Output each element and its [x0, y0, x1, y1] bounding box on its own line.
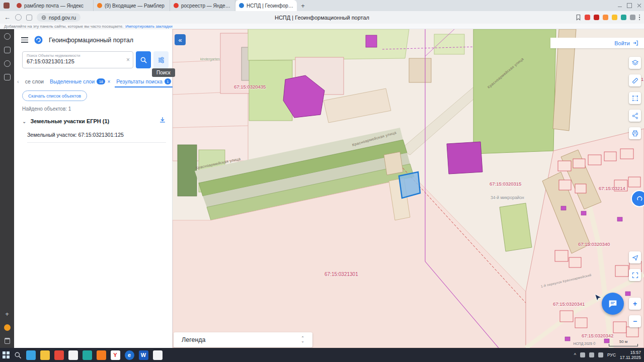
results-group-title: Земельные участки ЕГРН (1): [30, 118, 109, 124]
chevron-down-icon[interactable]: ⌄: [22, 119, 26, 124]
zoom-in-button[interactable]: +: [629, 298, 641, 310]
tab-label: Выделенные слои: [50, 78, 95, 84]
chat-button[interactable]: [602, 293, 624, 315]
sidebar-add-icon[interactable]: +: [5, 311, 9, 317]
new-tab-button[interactable]: +: [297, 0, 309, 11]
tray-battery-icon[interactable]: [598, 352, 603, 357]
address-bar[interactable]: nspd.gov.ru: [37, 13, 80, 22]
zoom-out-button[interactable]: −: [629, 315, 641, 327]
pinned-tab[interactable]: [0, 0, 13, 11]
extent-icon: [631, 272, 639, 279]
search-button[interactable]: [136, 51, 151, 68]
selected-parcel[interactable]: [399, 172, 420, 198]
clock[interactable]: 15:57 17.11.2025: [620, 350, 641, 360]
search-tooltip: Поиск: [152, 68, 175, 77]
taskbar: Y e W ^ РУС 15:57 17.11.2025: [0, 348, 644, 362]
taskbar-search-icon[interactable]: [14, 351, 22, 359]
tab-label: се слои: [25, 78, 44, 84]
browser-tab-3[interactable]: росреестр — Яндекс: наш: [170, 0, 235, 11]
taskbar-icon-app-1[interactable]: [68, 350, 78, 360]
measure-area-button[interactable]: [629, 92, 641, 104]
tab-search-results[interactable]: Результаты поиска 1 ×: [116, 78, 176, 84]
browser-tab-active[interactable]: НСПД | Геоинформаци...: [235, 0, 297, 11]
start-button[interactable]: [3, 351, 10, 358]
trash-icon[interactable]: [5, 338, 10, 344]
extension-icon-2[interactable]: [594, 15, 599, 20]
close-tab-icon[interactable]: ×: [107, 79, 110, 84]
browser-tab-2[interactable]: (9) Входящие — Рамблер: [94, 0, 170, 11]
taskbar-icon-explorer[interactable]: [40, 350, 50, 360]
print-button[interactable]: [629, 127, 641, 139]
layers-button[interactable]: [629, 57, 641, 69]
portal-title: Геоинформационный портал: [49, 37, 133, 44]
found-count-text: Найдено объектов: 1: [22, 106, 71, 112]
collapse-panel-button[interactable]: «: [175, 34, 186, 45]
results-group-row[interactable]: ⌄ Земельные участки ЕГРН (1): [22, 115, 166, 127]
search-filters-button[interactable]: [153, 51, 169, 68]
language-indicator[interactable]: РУС: [607, 352, 616, 357]
page-title: НСПД | Геоинформационный портал: [0, 15, 644, 21]
download-list-button[interactable]: Скачать список объектов: [22, 90, 87, 101]
floating-widget-icon[interactable]: [631, 190, 644, 207]
browser-menu-icon[interactable]: [639, 15, 640, 21]
sidebar-service-icon-1[interactable]: [4, 33, 11, 40]
site-settings-icon[interactable]: [26, 15, 32, 21]
extension-icon-5[interactable]: [621, 15, 626, 20]
search-input[interactable]: [27, 58, 117, 64]
search-icon: [140, 56, 147, 64]
back-button[interactable]: ←: [4, 14, 11, 21]
tab-selected-layers[interactable]: Выделенные слои 18 ×: [50, 78, 110, 84]
sidebar-service-icon-4[interactable]: [4, 74, 11, 80]
sidebar-service-icon-2[interactable]: [4, 47, 11, 53]
close-window-icon[interactable]: [637, 4, 641, 8]
tab-favicon: [174, 3, 179, 8]
browser-tab-1[interactable]: рамблер почта — Яндекс: [13, 0, 94, 11]
scale-bar: 50 м: [609, 339, 638, 346]
tab-favicon: [239, 3, 244, 8]
tray-network-icon[interactable]: [580, 352, 585, 357]
panel-tabs: ‹ се слои Выделенные слои 18 × Результат…: [17, 75, 172, 87]
login-icon[interactable]: [632, 40, 639, 46]
map-canvas[interactable]: kindergarten 67:15:0320435 67:15:0320315…: [173, 29, 644, 348]
taskbar-icon-yandex[interactable]: Y: [111, 350, 120, 360]
extent-button[interactable]: [629, 269, 641, 281]
sidebar-alice-icon[interactable]: [4, 324, 11, 331]
taskbar-icon-app-3[interactable]: [97, 350, 106, 360]
tray-volume-icon[interactable]: [589, 352, 594, 357]
taskbar-icon-mail[interactable]: [54, 350, 64, 360]
login-button[interactable]: Войти: [614, 40, 630, 46]
clear-search-icon[interactable]: ×: [126, 56, 130, 63]
tabs-scroll-left-icon[interactable]: ‹: [17, 78, 19, 84]
taskbar-icon-app-2[interactable]: [83, 350, 92, 360]
extension-icon-1[interactable]: [585, 15, 590, 20]
tray-expand-icon[interactable]: ^: [574, 352, 576, 357]
extension-icon-6[interactable]: [630, 15, 635, 20]
search-field[interactable]: Поиск Объекты недвижимости ×: [22, 51, 133, 68]
menu-icon[interactable]: [21, 37, 28, 43]
browser-side-panel: +: [0, 29, 14, 348]
taskbar-icon-browser[interactable]: [26, 350, 36, 360]
extension-icon-4[interactable]: [612, 15, 617, 20]
legend-toggle-icon[interactable]: ⌃ ⌄: [301, 337, 304, 343]
ruler-button[interactable]: [629, 74, 641, 86]
taskbar-icon-word[interactable]: W: [139, 350, 148, 360]
import-bookmarks-link[interactable]: Импортировать закладки: [125, 24, 172, 29]
tab-all-layers[interactable]: се слои: [25, 78, 44, 84]
tab-favicon: [17, 3, 22, 8]
chevron-down-icon: ⌄: [301, 340, 304, 343]
sidebar-service-icon-3[interactable]: [4, 60, 11, 67]
taskbar-icon-edge[interactable]: e: [125, 350, 134, 360]
maximize-icon[interactable]: [627, 3, 632, 8]
download-group-button[interactable]: [159, 117, 166, 126]
minimize-icon[interactable]: [618, 4, 622, 7]
legend-bar[interactable]: Легенда ⌃ ⌄: [174, 332, 312, 347]
extension-icon-3[interactable]: [603, 15, 608, 20]
protect-icon[interactable]: [15, 14, 22, 21]
taskbar-icon-document[interactable]: [153, 350, 163, 360]
map-label-quarter: 67:15:0320342: [582, 333, 613, 338]
share-button[interactable]: [629, 110, 641, 122]
locate-button[interactable]: [629, 251, 641, 263]
measure-area-icon: [631, 95, 639, 102]
result-list-item[interactable]: Земельный участок: 67:15:0321301:125: [27, 129, 166, 143]
bookmark-flag-icon[interactable]: [576, 14, 581, 21]
